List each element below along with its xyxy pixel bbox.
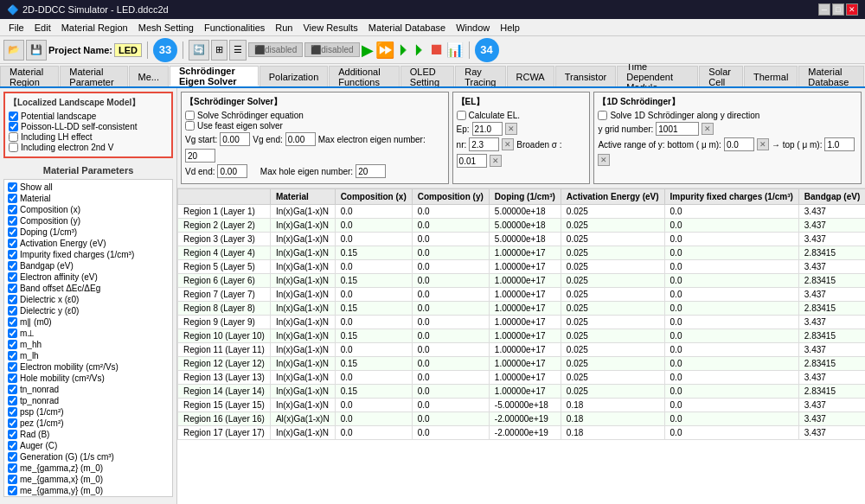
param-check-19[interactable] — [8, 396, 17, 405]
param-check-6[interactable] — [8, 250, 17, 259]
table-row[interactable]: Region 8 (Layer 8)In(x)Ga(1-x)N0.150.01.… — [178, 302, 866, 316]
broaden-input[interactable] — [457, 154, 487, 168]
chart-button[interactable]: 📊 — [446, 41, 464, 58]
param-check-26[interactable] — [8, 475, 17, 484]
table-row[interactable]: Region 2 (Layer 2)In(x)Ga(1-x)N0.00.05.0… — [178, 219, 866, 233]
active-bottom-input[interactable] — [724, 137, 754, 151]
table-row[interactable]: Region 4 (Layer 4)In(x)Ga(1-x)N0.150.01.… — [178, 246, 866, 260]
vg-end-input[interactable] — [285, 132, 316, 146]
tab-transistor[interactable]: Transistor — [555, 66, 617, 86]
table-row[interactable]: Region 10 (Layer 10)In(x)Ga(1-x)N0.150.0… — [178, 329, 866, 343]
solve-eq-check[interactable] — [185, 111, 195, 120]
stop-button[interactable]: ⏹ — [429, 41, 445, 59]
table-row[interactable]: Region 14 (Layer 14)In(x)Ga(1-x)N0.150.0… — [178, 385, 866, 399]
tab-polarization[interactable]: Polarization — [260, 66, 328, 86]
electron-2nd-check[interactable] — [9, 143, 18, 152]
potential-landscape-check[interactable] — [9, 112, 18, 121]
param-check-20[interactable] — [8, 407, 17, 417]
param-check-10[interactable] — [8, 295, 17, 304]
refresh-button[interactable]: 🔄 — [189, 40, 209, 61]
menu-window[interactable]: Window — [451, 21, 495, 35]
broaden-clear[interactable]: ✕ — [490, 155, 502, 167]
tab-material-region[interactable]: Material Region — [0, 66, 59, 86]
menu-material-database[interactable]: Material Database — [363, 21, 451, 35]
param-check-0[interactable] — [8, 182, 17, 192]
list-button[interactable]: ☰ — [229, 40, 247, 61]
param-check-13[interactable] — [8, 329, 17, 338]
nr-clear[interactable]: ✕ — [502, 138, 514, 150]
poisson-check[interactable] — [9, 122, 18, 131]
table-row[interactable]: Region 15 (Layer 15)In(x)Ga(1-x)N0.00.0-… — [178, 399, 866, 412]
tab-solar-cell[interactable]: Solar Cell — [699, 66, 743, 86]
tab-material-parameter[interactable]: Material Parameter — [60, 66, 127, 86]
save-button[interactable]: 💾 — [26, 40, 47, 61]
table-row[interactable]: Region 5 (Layer 5)In(x)Ga(1-x)N0.00.01.0… — [178, 260, 866, 274]
table-row[interactable]: Region 3 (Layer 3)In(x)Ga(1-x)N0.00.05.0… — [178, 233, 866, 246]
calc-el-check[interactable] — [457, 111, 466, 120]
tab-me[interactable]: Me... — [129, 66, 169, 86]
play-all-button[interactable]: ⏵⏵ — [396, 41, 427, 59]
y-grid-input[interactable] — [656, 122, 699, 136]
param-check-27[interactable] — [8, 486, 17, 495]
menu-material-region[interactable]: Material Region — [56, 21, 133, 35]
tab-ray-tracing[interactable]: Ray Tracing — [455, 66, 505, 86]
ep-input[interactable] — [472, 122, 503, 136]
menu-run[interactable]: Run — [270, 21, 298, 35]
param-check-14[interactable] — [8, 340, 17, 349]
param-check-23[interactable] — [8, 441, 17, 450]
minimize-button[interactable]: ─ — [818, 3, 830, 16]
close-button[interactable]: ✕ — [846, 3, 858, 16]
active-top-clear[interactable]: ✕ — [598, 154, 610, 166]
project-value[interactable]: LED — [114, 43, 142, 57]
param-check-21[interactable] — [8, 418, 17, 428]
param-check-1[interactable] — [8, 194, 17, 203]
menu-help[interactable]: Help — [495, 21, 525, 35]
param-check-2[interactable] — [8, 205, 17, 214]
tab-schrodinger[interactable]: Schrödinger Eigen Solver — [170, 66, 259, 86]
y-grid-clear[interactable]: ✕ — [702, 123, 714, 135]
max-hole-input[interactable] — [356, 164, 386, 178]
vg-start-input[interactable] — [220, 132, 250, 146]
param-check-16[interactable] — [8, 362, 17, 372]
menu-mesh-setting[interactable]: Mesh Setting — [133, 21, 199, 35]
nr-input[interactable] — [469, 137, 499, 151]
param-check-22[interactable] — [8, 430, 17, 439]
active-top-input[interactable] — [824, 137, 855, 151]
param-check-24[interactable] — [8, 452, 17, 462]
table-row[interactable]: Region 12 (Layer 12)In(x)Ga(1-x)N0.150.0… — [178, 357, 866, 371]
tab-additional-functions[interactable]: Additional Functions — [329, 66, 400, 86]
table-row[interactable]: Region 13 (Layer 13)In(x)Ga(1-x)N0.00.01… — [178, 371, 866, 385]
window-controls[interactable]: ─ □ ✕ — [818, 3, 858, 16]
table-row[interactable]: Region 11 (Layer 11)In(x)Ga(1-x)N0.00.01… — [178, 343, 866, 357]
vd-end-input[interactable] — [217, 164, 247, 178]
param-check-11[interactable] — [8, 306, 17, 316]
table-row[interactable]: Region 17 (Layer 17)In(x)Ga(1-x)N0.00.0-… — [178, 426, 866, 440]
play-button[interactable]: ▶ — [362, 41, 374, 60]
tab-thermal[interactable]: Thermal — [744, 66, 798, 86]
menu-functionalities[interactable]: Functionalities — [199, 21, 270, 35]
param-check-18[interactable] — [8, 385, 17, 394]
fast-forward-button[interactable]: ⏩ — [375, 41, 394, 60]
param-check-8[interactable] — [8, 272, 17, 282]
lh-effect-check[interactable] — [9, 132, 18, 142]
param-check-9[interactable] — [8, 284, 17, 293]
maximize-button[interactable]: □ — [832, 3, 844, 16]
param-check-4[interactable] — [8, 227, 17, 237]
menu-file[interactable]: File — [3, 21, 29, 35]
tab-material-database[interactable]: Material Database — [798, 66, 864, 86]
param-check-25[interactable] — [8, 463, 17, 473]
param-check-5[interactable] — [8, 239, 17, 248]
max-electron-input[interactable] — [185, 149, 215, 163]
param-check-17[interactable] — [8, 373, 17, 383]
solve-1d-check[interactable] — [598, 111, 607, 120]
tab-time-dependent[interactable]: Time Dependent Module — [617, 66, 698, 86]
tab-rcwa[interactable]: RCWA — [507, 66, 554, 86]
active-bottom-clear[interactable]: ✕ — [757, 138, 769, 150]
param-check-3[interactable] — [8, 216, 17, 226]
param-check-12[interactable] — [8, 317, 17, 327]
table-row[interactable]: Region 6 (Layer 6)In(x)Ga(1-x)N0.150.01.… — [178, 274, 866, 288]
table-row[interactable]: Region 1 (Layer 1)In(x)Ga(1-x)N0.00.05.0… — [178, 205, 866, 219]
open-button[interactable]: 📂 — [3, 40, 24, 61]
ep-clear[interactable]: ✕ — [505, 123, 517, 135]
menu-edit[interactable]: Edit — [29, 21, 56, 35]
